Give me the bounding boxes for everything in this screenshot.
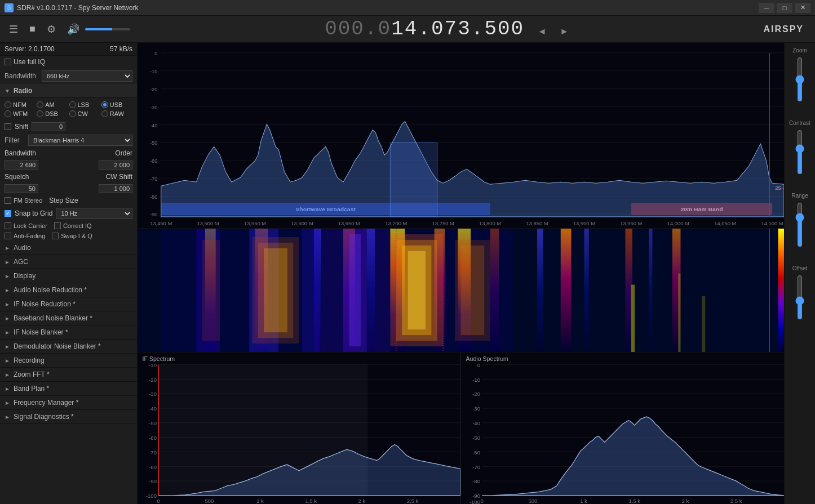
collapsible-audio-noise[interactable]: ► Audio Noise Reduction *: [0, 283, 137, 297]
squelch-input[interactable]: [5, 184, 38, 193]
collapsible-freq-manager[interactable]: ► Frequency Manager *: [0, 396, 137, 410]
maximize-button[interactable]: □: [777, 3, 792, 13]
volume-slider[interactable]: [85, 28, 130, 30]
mode-dsb-radio[interactable]: [37, 110, 43, 117]
shift-input[interactable]: [32, 122, 65, 131]
zoom-label: Zoom: [792, 47, 807, 53]
bandwidth-row: Bandwidth 660 kHz: [0, 68, 137, 84]
mode-nfm[interactable]: NFM: [5, 101, 36, 108]
svg-text:14,000 M: 14,000 M: [667, 221, 689, 226]
anti-fading-item[interactable]: Anti-Fading: [5, 233, 45, 239]
collapsible-band-plan[interactable]: ► Band Plan *: [0, 382, 137, 396]
radio-modes-grid: NFM AM LSB USB WFM DSB: [0, 98, 137, 121]
close-button[interactable]: ✕: [795, 3, 810, 13]
swap-iq-item[interactable]: Swap I & Q: [52, 233, 92, 239]
audio-button[interactable]: 🔊: [64, 21, 83, 38]
collapsible-if-blanker[interactable]: ► IF Noise Blanker *: [0, 325, 137, 340]
anti-fading-checkbox[interactable]: [5, 233, 11, 239]
svg-text:2 k: 2 k: [682, 498, 689, 504]
fm-stereo-checkbox[interactable]: [5, 197, 11, 204]
fading-swap-row: Anti-Fading Swap I & Q: [0, 231, 137, 241]
if-spectrum-panel: IF Spectrum -10 -20 -30 -40 -50 -60 -70: [138, 353, 461, 504]
snap-to-grid-select[interactable]: 10 Hz: [56, 208, 132, 219]
menu-button[interactable]: ☰: [6, 21, 21, 38]
mode-am-label: AM: [45, 101, 55, 108]
collapsible-display[interactable]: ► Display: [0, 269, 137, 283]
contrast-slider[interactable]: [795, 130, 805, 175]
zoom-slider-container: [795, 57, 805, 102]
squelch-label: Squelch: [5, 173, 29, 181]
radio-section-header[interactable]: ▼ Radio: [0, 84, 137, 98]
collapsible-demod-noise[interactable]: ► Demodulator Noise Blanker *: [0, 340, 137, 354]
cw-shift-input[interactable]: [99, 184, 132, 193]
correct-iq-item[interactable]: Correct IQ: [54, 222, 92, 229]
svg-text:13,900 M: 13,900 M: [573, 221, 595, 226]
svg-text:1 k: 1 k: [580, 498, 587, 504]
zoom-slider[interactable]: [795, 57, 805, 102]
range-slider[interactable]: [795, 202, 805, 247]
stop-button[interactable]: ■: [26, 21, 39, 37]
main-spectrum-area[interactable]: 0 -10 -20 -30 -40 -50 -60 -70 -80 -90: [138, 43, 784, 229]
collapsible-audio[interactable]: ► Audio: [0, 241, 137, 255]
radio-section-label: Radio: [14, 87, 32, 95]
swap-iq-checkbox[interactable]: [52, 233, 59, 239]
collapsible-baseband[interactable]: ► Baseband Noise Blanker *: [0, 311, 137, 325]
range-slider-container: [795, 202, 805, 247]
svg-text:13,450 M: 13,450 M: [150, 221, 172, 226]
if-noise-label: IF Noise Reduction *: [14, 300, 76, 308]
collapsible-agc[interactable]: ► AGC: [0, 255, 137, 269]
bandwidth-select[interactable]: 660 kHz: [42, 70, 132, 82]
svg-text:-60: -60: [150, 159, 158, 164]
mode-wfm-radio[interactable]: [5, 110, 11, 117]
mode-nfm-radio[interactable]: [5, 101, 11, 108]
svg-text:13,950 M: 13,950 M: [620, 221, 642, 226]
collapsible-if-noise[interactable]: ► IF Noise Reduction *: [0, 297, 137, 311]
mode-raw[interactable]: RAW: [101, 110, 132, 117]
mode-cw[interactable]: CW: [69, 110, 100, 117]
right-panel: 0 -10 -20 -30 -40 -50 -60 -70 -80 -90: [138, 43, 784, 504]
mode-am[interactable]: AM: [37, 101, 68, 108]
svg-text:IF Spectrum: IF Spectrum: [142, 355, 175, 362]
mode-wfm[interactable]: WFM: [5, 110, 36, 117]
offset-slider-container: [795, 275, 805, 320]
waterfall-area[interactable]: [138, 229, 784, 353]
snap-to-grid-row: Snap to Grid 10 Hz: [0, 206, 137, 221]
contrast-slider-container: [795, 130, 805, 175]
correct-iq-checkbox[interactable]: [54, 222, 61, 229]
squelch-labels: Squelch CW Shift: [0, 171, 137, 182]
collapsible-zoom-fft[interactable]: ► Zoom FFT *: [0, 368, 137, 382]
mode-raw-radio[interactable]: [101, 110, 108, 117]
anti-fading-label: Anti-Fading: [14, 233, 45, 239]
titlebar: S SDR# v1.0.0.1717 - Spy Server Network …: [0, 0, 815, 16]
order-input[interactable]: [99, 160, 132, 170]
snap-to-grid-checkbox[interactable]: [5, 210, 11, 217]
collapsible-signal-diag[interactable]: ► Signal Diagnostics *: [0, 410, 137, 424]
minimize-button[interactable]: ─: [759, 3, 774, 13]
lock-carrier-item[interactable]: Lock Carrier: [5, 222, 47, 229]
mode-usb[interactable]: USB: [101, 101, 132, 108]
mode-dsb[interactable]: DSB: [37, 110, 68, 117]
lock-carrier-checkbox[interactable]: [5, 222, 11, 229]
mode-usb-radio[interactable]: [101, 101, 108, 108]
mode-am-radio[interactable]: [37, 101, 43, 108]
offset-slider[interactable]: [795, 275, 805, 320]
collapsible-recording[interactable]: ► Recording: [0, 354, 137, 368]
bandwidth-input[interactable]: [5, 160, 38, 170]
svg-text:-50: -50: [472, 435, 480, 441]
mode-cw-radio[interactable]: [69, 110, 76, 117]
settings-button[interactable]: ⚙: [43, 21, 59, 38]
mode-lsb-radio[interactable]: [69, 101, 76, 108]
display-label: Display: [14, 272, 36, 280]
contrast-label: Contrast: [789, 120, 810, 126]
shift-checkbox[interactable]: [5, 123, 11, 130]
use-full-iq-checkbox[interactable]: [5, 59, 11, 65]
freq-right-arrow[interactable]: ►: [560, 26, 569, 37]
fm-stereo-item[interactable]: FM Stereo: [5, 197, 42, 204]
zoom-panel: Zoom Contrast Range Offset: [784, 43, 815, 504]
filter-select[interactable]: Blackman-Harris 4: [28, 135, 132, 146]
freq-left-arrow[interactable]: ◄: [538, 26, 547, 37]
zoom-fft-triangle-icon: ►: [5, 372, 10, 378]
mode-lsb[interactable]: LSB: [69, 101, 100, 108]
bottom-spectra: IF Spectrum -10 -20 -30 -40 -50 -60 -70: [138, 353, 784, 504]
svg-rect-41: [390, 142, 437, 217]
